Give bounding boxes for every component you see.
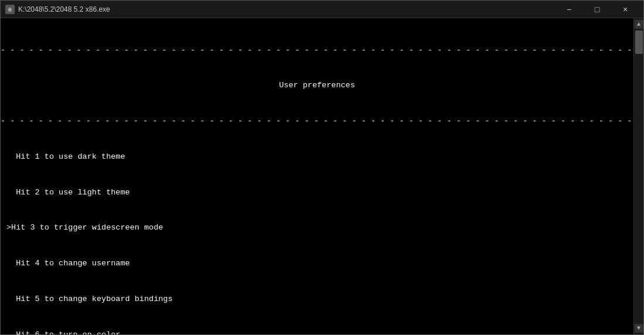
scrollbar[interactable]: ▲ ▼ [633, 18, 643, 334]
menu-item-4[interactable]: Hit 4 to change username [1, 258, 633, 269]
menu-item-5[interactable]: Hit 5 to change keyboard bindings [1, 293, 633, 305]
content-area: - - - - - - - - - - - - - - - - - - - - … [1, 18, 643, 334]
close-button[interactable]: × [612, 1, 639, 18]
minimize-button[interactable]: − [556, 1, 582, 18]
top-separator: - - - - - - - - - - - - - - - - - - - - … [1, 45, 633, 56]
terminal-content: - - - - - - - - - - - - - - - - - - - - … [1, 18, 633, 334]
menu-item-6[interactable]: Hit 6 to turn on color [1, 329, 633, 335]
menu-title: User preferences [1, 80, 633, 91]
terminal: - - - - - - - - - - - - - - - - - - - - … [1, 18, 633, 334]
maximize-button[interactable]: □ [584, 1, 611, 18]
menu-item-2[interactable]: Hit 2 to use light theme [1, 187, 633, 199]
window: ▣ K:\2048\5.2\2048 5.2 x86.exe − □ × - -… [0, 0, 644, 335]
window-title: K:\2048\5.2\2048 5.2 x86.exe [18, 5, 110, 13]
scroll-down-arrow[interactable]: ▼ [635, 324, 643, 333]
title-bar-controls: − □ × [556, 1, 639, 18]
scrollbar-thumb[interactable] [635, 30, 643, 54]
app-icon: ▣ [5, 5, 15, 14]
menu-item-1[interactable]: Hit 1 to use dark theme [1, 151, 633, 163]
scroll-up-arrow[interactable]: ▲ [635, 20, 643, 29]
title-bar-left: ▣ K:\2048\5.2\2048 5.2 x86.exe [5, 5, 110, 14]
title-bar: ▣ K:\2048\5.2\2048 5.2 x86.exe − □ × [1, 1, 643, 18]
bottom-separator: - - - - - - - - - - - - - - - - - - - - … [1, 115, 633, 127]
menu-item-3[interactable]: >Hit 3 to trigger widescreen mode [1, 222, 633, 234]
